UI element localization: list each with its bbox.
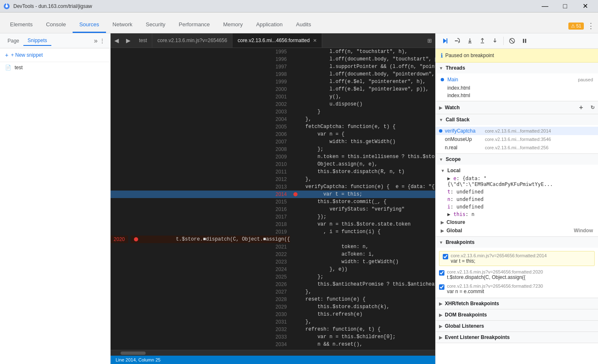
code-line-2027: 2027 }, — [111, 288, 435, 296]
event-listener-breakpoints-header[interactable]: ▶ Event Listener Breakpoints — [436, 332, 598, 343]
code-line-2020: 2020 t.$store.■dispatch(C, Object.■assig… — [111, 236, 290, 243]
tab-memory[interactable]: Memory — [217, 17, 250, 33]
svg-rect-12 — [523, 39, 524, 43]
code-line-2009: 2009 n.token = this.intellisense ? this.… — [111, 153, 435, 161]
code-line-2019: 2019 , i = function(i) { — [111, 228, 435, 236]
callstack-item-2[interactable]: n.real core.v2.13.6.mi...formatted:256 — [436, 143, 598, 152]
tab-performance[interactable]: Performance — [172, 17, 216, 33]
deactivate-breakpoints-button[interactable] — [506, 36, 518, 46]
titlebar: DevTools - dun.163.com/trial/jigsaw — □ … — [0, 0, 598, 13]
step-into-button[interactable] — [464, 36, 476, 46]
call-stack-section-header[interactable]: ▼ Call Stack — [436, 114, 598, 125]
breakpoints-list: core.v2.13.6.min.js?v=2654656:formatted:… — [436, 248, 598, 298]
editor-tab-minjs[interactable]: core.v2.13.6.min.js?v=2654656 — [152, 33, 232, 48]
callstack-item-1[interactable]: onMouseUp core.v2.13.6.mi...formatted:35… — [436, 135, 598, 143]
tab-audits[interactable]: Audits — [289, 17, 318, 33]
thread-sub-1[interactable]: index.html — [436, 84, 598, 92]
tab-sources[interactable]: Sources — [73, 17, 106, 33]
scope-item-i[interactable]: i: undefined — [436, 203, 598, 211]
global-listeners-header[interactable]: ▶ Global Listeners — [436, 321, 598, 331]
code-line-2004: 2004 }, — [111, 115, 435, 123]
scope-item-t[interactable]: t: undefined — [436, 188, 598, 196]
triangle-icon-closure: ▶ — [441, 220, 444, 225]
scope-closure-header[interactable]: ▶ Closure — [436, 218, 598, 226]
code-line-2016: 2016 verifyStatus: "verifying" — [111, 206, 435, 213]
info-icon: ℹ — [441, 52, 443, 59]
editor-tab-formatted[interactable]: core.v2.13.6.mi...4656:formatted ✕ — [232, 33, 322, 48]
watch-refresh-icon[interactable]: ↻ — [590, 105, 595, 110]
dom-breakpoints-section: ▶ DOM Breakpoints — [436, 309, 598, 321]
code-line-2003: 2003 } — [111, 108, 435, 115]
resume-button[interactable] — [439, 36, 451, 46]
tab-application[interactable]: Application — [250, 17, 290, 33]
step-button[interactable] — [489, 36, 501, 46]
code-line-2002: 2002 u.dispose() — [111, 100, 435, 108]
watch-add-button[interactable]: + — [576, 104, 586, 111]
scope-local-header[interactable]: ▼ Local — [436, 166, 598, 175]
nav-kebab-icon[interactable]: ⋮ — [98, 37, 107, 45]
code-line-2012: 2012 }, — [111, 176, 435, 183]
step-out-button[interactable] — [477, 36, 488, 46]
svg-marker-2 — [443, 38, 447, 43]
code-line-2013: 2013 verifyCaptcha: function(e) { e = {d… — [111, 183, 435, 191]
dom-breakpoints-header[interactable]: ▶ DOM Breakpoints — [436, 309, 598, 320]
statusbar: Line 2014, Column 25 — [111, 356, 435, 364]
scope-section-header[interactable]: ▼ Scope — [436, 154, 598, 165]
maximize-button[interactable]: □ — [555, 0, 575, 13]
tab-console[interactable]: Console — [39, 17, 73, 33]
tab-right-area: ⚠ 51 ⋮ — [568, 21, 595, 33]
code-line-2025: 2025 }; — [111, 273, 435, 281]
back-arrow[interactable]: ◀ — [111, 33, 122, 48]
code-line-2029: 2029 this.$store.dispatch(k), — [111, 303, 435, 311]
tab-search-button[interactable]: ⊞ — [424, 33, 435, 48]
xhr-breakpoints-header[interactable]: ▶ XHR/fetch Breakpoints — [436, 298, 598, 309]
code-scroll-area[interactable]: 1995 l.off(n, "touchstart", h),1996 l.of… — [111, 48, 435, 350]
thread-main[interactable]: Main paused — [436, 75, 598, 84]
devtools-more-icon[interactable]: ⋮ — [587, 21, 595, 30]
code-line-1998: 1998 l.off(document.body, "pointerdown",… — [111, 70, 435, 78]
tab-network[interactable]: Network — [106, 17, 139, 33]
scope-item-n[interactable]: n: undefined — [436, 196, 598, 203]
svg-rect-13 — [525, 39, 526, 43]
triangle-icon-ev: ▶ — [439, 335, 442, 340]
step-over-button[interactable] — [452, 36, 463, 46]
tab-elements[interactable]: Elements — [3, 17, 39, 33]
tab-security[interactable]: Security — [139, 17, 172, 33]
breakpoint-item-2: core.v2.13.6.min.js?v=2654656:formatted:… — [436, 282, 598, 296]
close-tab-icon[interactable]: ✕ — [313, 38, 317, 43]
breakpoints-section-header[interactable]: ▼ Breakpoints — [436, 237, 598, 248]
scope-global-header[interactable]: ▶ Global Window — [436, 226, 598, 235]
threads-section: ▼ Threads Main paused index.html index.h… — [436, 63, 598, 101]
nav-more-icon[interactable]: » — [94, 37, 98, 45]
code-line-2033: 2033 var n = this.$children[0]; — [111, 333, 435, 341]
scope-item-this[interactable]: ▶ this: n — [436, 211, 598, 218]
window-controls: — □ ✕ — [535, 0, 595, 13]
watch-section-header[interactable]: ▶ Watch + ↻ — [436, 101, 598, 114]
breakpoint-check-2[interactable] — [439, 284, 444, 290]
code-line-2022: 2022 acToken: i, — [111, 251, 435, 258]
threads-section-header[interactable]: ▼ Threads — [436, 63, 598, 73]
watch-section: ▶ Watch + ↻ — [436, 101, 598, 114]
snippet-item-test[interactable]: 📄 test — [0, 62, 110, 73]
breakpoint-check-0[interactable] — [443, 254, 448, 259]
svg-line-11 — [510, 39, 514, 43]
breakpoint-item-0: core.v2.13.6.min.js?v=2654656:formatted:… — [439, 251, 595, 266]
minimize-button[interactable]: — — [535, 0, 555, 13]
triangle-icon-callstack: ▼ — [439, 118, 443, 122]
code-line-1997: 1997 l.supportPointer && (l.off(n, "poin… — [111, 63, 435, 70]
tab-page[interactable]: Page — [3, 36, 23, 45]
warning-badge: ⚠ 51 — [568, 23, 584, 30]
new-snippet-button[interactable]: + + New snippet — [0, 48, 110, 62]
thread-dot-icon — [441, 78, 444, 81]
thread-sub-2[interactable]: index.html — [436, 92, 598, 99]
breakpoint-check-1[interactable] — [439, 270, 444, 276]
tab-snippets[interactable]: Snippets — [23, 36, 51, 46]
pause-exceptions-button[interactable] — [519, 36, 530, 46]
breakpoint-item-1: core.v2.13.6.min.js?v=2654656:formatted:… — [436, 268, 598, 282]
scope-item-e[interactable]: ▶ e: {data: "{\"d\":\"EM9aMCacdmPyKFuPmi… — [436, 175, 598, 188]
horizontal-scrollbar[interactable] — [111, 350, 435, 356]
forward-arrow[interactable]: ▶ — [122, 33, 134, 48]
close-button[interactable]: ✕ — [575, 0, 595, 13]
editor-tab-test[interactable]: test — [134, 33, 152, 48]
callstack-item-0[interactable]: verifyCaptcha core.v2.13.6.mi...formatte… — [436, 127, 598, 135]
